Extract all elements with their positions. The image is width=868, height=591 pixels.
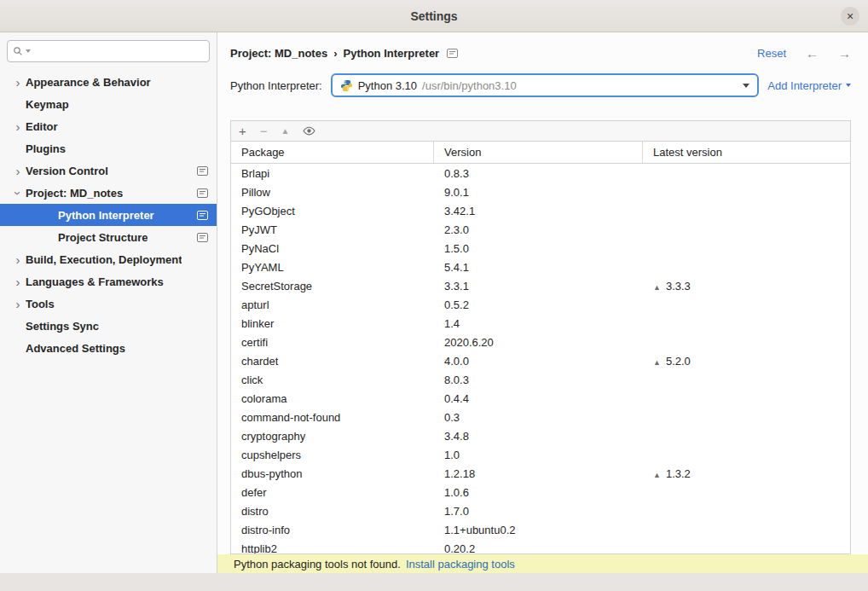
package-row[interactable]: dbus-python1.2.18▲1.3.2 (231, 464, 850, 483)
sidebar-item-label: Appearance & Behavior (26, 76, 151, 89)
package-row[interactable]: httplib20.20.2 (231, 539, 850, 553)
package-name: PyNaCl (231, 242, 434, 255)
install-package-button[interactable]: + (239, 125, 246, 137)
search-icon (13, 46, 23, 56)
sidebar-item-build-execution-deployment[interactable]: ›Build, Execution, Deployment (0, 248, 217, 270)
sidebar-item-label: Tools (26, 298, 55, 310)
package-name: colorama (231, 392, 434, 405)
breadcrumb-project[interactable]: Project: MD_notes (230, 47, 327, 60)
package-table-header: Package Version Latest version (231, 142, 850, 164)
package-version: 0.20.2 (434, 542, 643, 554)
package-row[interactable]: certifi2020.6.20 (231, 333, 850, 351)
sidebar-item-advanced-settings[interactable]: Advanced Settings (0, 337, 217, 359)
package-version: 3.3.1 (434, 280, 643, 293)
sidebar-item-label: Project Structure (58, 231, 148, 244)
package-row[interactable]: distro-info1.1+ubuntu0.2 (231, 520, 850, 539)
close-button[interactable]: × (841, 7, 859, 26)
latest-version-text: 3.3.3 (666, 280, 691, 293)
install-packaging-tools-link[interactable]: Install packaging tools (406, 558, 515, 571)
package-version: 0.8.3 (434, 167, 643, 180)
chevron-right-icon[interactable]: › (10, 253, 26, 266)
chevron-down-icon[interactable]: › (12, 185, 25, 200)
sidebar-item-project-md-notes[interactable]: ›Project: MD_notes (0, 182, 217, 204)
package-row[interactable]: click8.0.3 (231, 370, 850, 389)
package-name: cryptography (231, 430, 434, 443)
back-arrow[interactable]: ← (806, 46, 819, 61)
package-name: blinker (231, 317, 434, 330)
package-name: Brlapi (231, 167, 434, 180)
package-row[interactable]: colorama0.4.4 (231, 389, 850, 408)
package-row[interactable]: Pillow9.0.1 (231, 183, 850, 201)
chevron-right-icon[interactable]: › (10, 120, 26, 133)
interpreter-name: Python 3.10 (358, 79, 417, 92)
package-version: 1.4 (434, 317, 643, 330)
column-header-version[interactable]: Version (434, 142, 643, 163)
package-row[interactable]: command-not-found0.3 (231, 408, 850, 426)
sidebar-item-version-control[interactable]: ›Version Control (0, 159, 217, 182)
package-row[interactable]: PyYAML5.4.1 (231, 258, 850, 276)
project-scope-icon (197, 166, 208, 176)
package-version: 0.4.4 (434, 392, 643, 405)
forward-arrow[interactable]: → (838, 46, 851, 61)
chevron-right-icon[interactable]: › (10, 76, 26, 89)
search-input[interactable] (33, 45, 204, 58)
package-row[interactable]: defer1.0.6 (231, 483, 850, 501)
package-version: 3.42.1 (434, 205, 643, 217)
package-name: Pillow (231, 186, 434, 199)
settings-search-box[interactable] (7, 40, 210, 62)
uninstall-package-button[interactable]: − (260, 125, 268, 137)
sidebar-item-settings-sync[interactable]: Settings Sync (0, 315, 217, 337)
package-row[interactable]: distro1.7.0 (231, 501, 850, 520)
package-name: distro (231, 505, 434, 518)
project-scope-icon (447, 49, 458, 58)
search-history-caret-icon[interactable] (26, 49, 31, 53)
sidebar-item-label: Advanced Settings (26, 342, 125, 355)
package-row[interactable]: cryptography3.4.8 (231, 426, 850, 445)
interpreter-path: /usr/bin/python3.10 (422, 79, 517, 92)
package-name: command-not-found (231, 411, 434, 424)
package-row[interactable]: apturl0.5.2 (231, 295, 850, 314)
show-early-releases-button[interactable] (303, 125, 315, 137)
package-row[interactable]: PyNaCl1.5.0 (231, 239, 850, 258)
reset-link[interactable]: Reset (757, 47, 786, 60)
column-header-latest[interactable]: Latest version (643, 142, 850, 163)
interpreter-label: Python Interpreter: (230, 79, 322, 92)
package-version: 1.1+ubuntu0.2 (434, 524, 643, 536)
titlebar[interactable]: Settings × (0, 0, 868, 32)
sidebar-item-label: Version Control (26, 165, 108, 177)
package-row[interactable]: chardet4.0.0▲5.2.0 (231, 351, 850, 370)
sidebar-item-appearance-behavior[interactable]: ›Appearance & Behavior (0, 71, 217, 93)
chevron-right-icon[interactable]: › (10, 298, 26, 310)
banner-message: Python packaging tools not found. (234, 558, 401, 571)
package-name: dbus-python (231, 467, 434, 480)
chevron-right-icon[interactable]: › (10, 275, 26, 288)
column-header-package[interactable]: Package (231, 142, 434, 163)
sidebar-item-project-structure[interactable]: Project Structure (0, 226, 217, 248)
sidebar-item-label: Build, Execution, Deployment (26, 253, 182, 266)
package-name: PyJWT (231, 223, 434, 236)
package-row[interactable]: cupshelpers1.0 (231, 445, 850, 464)
upgrade-package-button[interactable]: ▲ (281, 127, 290, 136)
python-icon (340, 79, 353, 92)
package-row[interactable]: PyJWT2.3.0 (231, 220, 850, 239)
packaging-tools-banner: Python packaging tools not found. Instal… (217, 554, 868, 573)
package-row[interactable]: PyGObject3.42.1 (231, 201, 850, 220)
sidebar-item-plugins[interactable]: Plugins (0, 137, 217, 159)
sidebar-item-editor[interactable]: ›Editor (0, 115, 217, 137)
settings-tree: ›Appearance & BehaviorKeymap›EditorPlugi… (0, 69, 217, 573)
combo-dropdown-icon[interactable] (743, 84, 749, 88)
sidebar-item-tools[interactable]: ›Tools (0, 293, 217, 315)
package-row[interactable]: SecretStorage3.3.1▲3.3.3 (231, 276, 850, 295)
project-scope-icon (197, 188, 208, 198)
chevron-right-icon[interactable]: › (10, 165, 26, 177)
package-name: apturl (231, 298, 434, 311)
package-version: 8.0.3 (434, 374, 643, 386)
add-interpreter-button[interactable]: Add Interpreter (767, 79, 851, 92)
sidebar-item-python-interpreter[interactable]: Python Interpreter (0, 204, 217, 226)
interpreter-select[interactable]: Python 3.10 /usr/bin/python3.10 (331, 73, 760, 97)
sidebar-item-keymap[interactable]: Keymap (0, 93, 217, 115)
sidebar-item-languages-frameworks[interactable]: ›Languages & Frameworks (0, 270, 217, 293)
package-row[interactable]: Brlapi0.8.3 (231, 164, 850, 183)
package-latest-version: ▲3.3.3 (643, 280, 850, 293)
package-row[interactable]: blinker1.4 (231, 314, 850, 333)
